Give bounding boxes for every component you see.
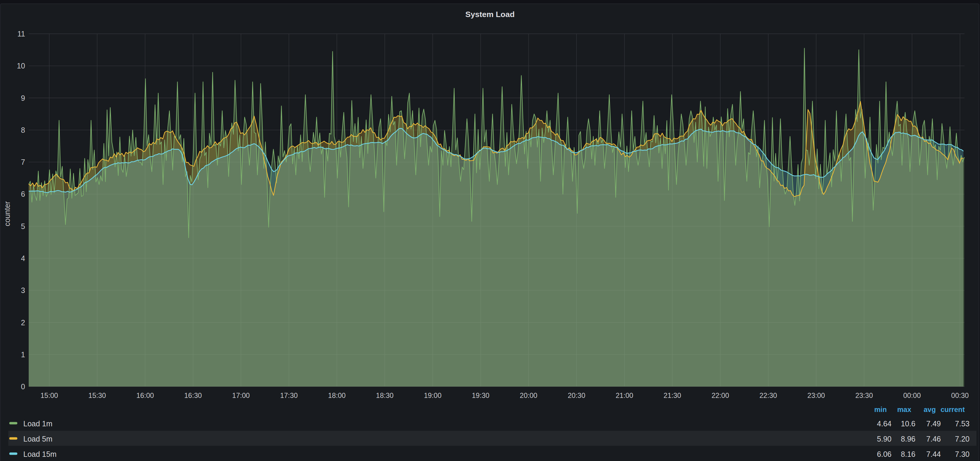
svg-text:2: 2 (21, 318, 25, 327)
svg-text:7.46: 7.46 (926, 435, 941, 443)
svg-text:00:30: 00:30 (951, 392, 969, 399)
svg-text:min: min (874, 406, 887, 413)
svg-text:19:30: 19:30 (472, 392, 489, 399)
svg-text:5: 5 (21, 222, 25, 230)
svg-text:23:00: 23:00 (808, 392, 825, 399)
svg-text:1: 1 (21, 350, 25, 359)
svg-text:17:00: 17:00 (232, 392, 250, 399)
svg-text:11: 11 (18, 30, 25, 38)
svg-text:17:30: 17:30 (280, 392, 298, 399)
svg-text:7.20: 7.20 (955, 435, 969, 443)
svg-text:6.06: 6.06 (877, 450, 891, 458)
svg-text:16:30: 16:30 (184, 392, 202, 399)
svg-text:Load 15m: Load 15m (23, 450, 57, 458)
svg-text:7.44: 7.44 (926, 450, 941, 458)
svg-text:Load 1m: Load 1m (23, 420, 52, 428)
svg-text:23:30: 23:30 (855, 392, 873, 399)
svg-text:10: 10 (17, 62, 25, 70)
svg-text:7.53: 7.53 (955, 420, 969, 428)
svg-text:7: 7 (21, 158, 25, 166)
svg-text:7.30: 7.30 (955, 450, 969, 458)
svg-text:9: 9 (21, 94, 25, 102)
svg-text:System Load: System Load (466, 10, 515, 19)
svg-text:avg: avg (924, 406, 936, 413)
svg-text:15:00: 15:00 (40, 392, 58, 399)
svg-text:15:30: 15:30 (89, 392, 106, 399)
svg-text:4: 4 (21, 254, 25, 262)
svg-text:4.64: 4.64 (877, 420, 891, 428)
svg-text:20:00: 20:00 (520, 392, 538, 399)
svg-text:Load 5m: Load 5m (23, 435, 52, 443)
svg-text:3: 3 (21, 286, 25, 294)
svg-text:00:00: 00:00 (903, 392, 921, 399)
svg-text:max: max (897, 406, 911, 413)
svg-text:6: 6 (21, 190, 25, 198)
svg-text:16:00: 16:00 (136, 392, 154, 399)
svg-text:8.16: 8.16 (901, 450, 915, 458)
svg-text:21:00: 21:00 (616, 392, 633, 399)
svg-text:0: 0 (21, 382, 25, 391)
svg-text:20:30: 20:30 (568, 392, 585, 399)
svg-text:7.49: 7.49 (926, 420, 941, 428)
svg-text:22:00: 22:00 (711, 392, 729, 399)
svg-text:19:00: 19:00 (424, 392, 442, 399)
svg-text:current: current (940, 406, 965, 413)
svg-text:18:30: 18:30 (376, 392, 394, 399)
svg-text:counter: counter (3, 201, 11, 226)
svg-text:5.90: 5.90 (877, 435, 891, 443)
svg-text:8.96: 8.96 (901, 435, 915, 443)
svg-text:10.6: 10.6 (901, 420, 915, 428)
svg-text:8: 8 (21, 126, 25, 134)
svg-text:21:30: 21:30 (664, 392, 681, 399)
svg-text:22:30: 22:30 (759, 392, 777, 399)
svg-text:18:00: 18:00 (328, 392, 345, 399)
